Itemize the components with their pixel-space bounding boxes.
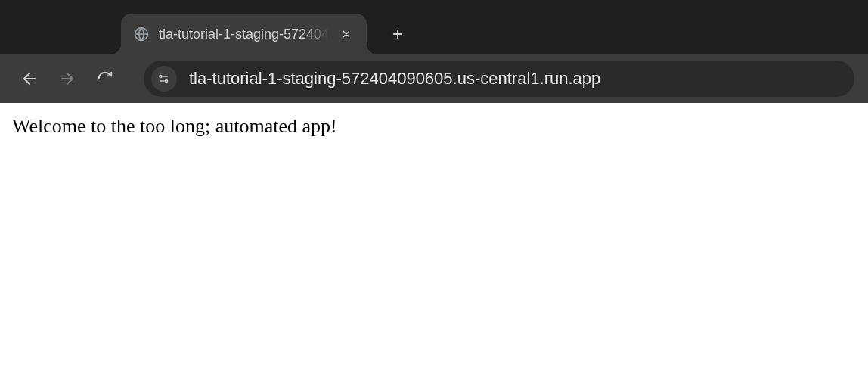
url-text: tla-tutorial-1-staging-572404090605.us-c… — [189, 69, 847, 89]
browser-tab[interactable]: tla-tutorial-1-staging-572404 — [121, 14, 367, 54]
tab-strip: tla-tutorial-1-staging-572404 — [0, 0, 868, 54]
browser-chrome: tla-tutorial-1-staging-572404 — [0, 0, 868, 103]
forward-button[interactable] — [51, 63, 83, 95]
new-tab-button[interactable] — [383, 20, 412, 48]
svg-point-1 — [160, 76, 162, 78]
page-body-text: Welcome to the too long; automated app! — [12, 115, 856, 138]
site-controls-icon[interactable] — [151, 66, 177, 92]
tab-title: tla-tutorial-1-staging-572404 — [159, 26, 329, 42]
page-content: Welcome to the too long; automated app! — [0, 103, 868, 150]
close-icon[interactable] — [338, 26, 355, 42]
toolbar: tla-tutorial-1-staging-572404090605.us-c… — [0, 54, 868, 103]
svg-point-2 — [166, 80, 168, 83]
address-bar[interactable]: tla-tutorial-1-staging-572404090605.us-c… — [144, 61, 854, 97]
back-button[interactable] — [14, 63, 45, 95]
globe-icon — [133, 26, 150, 42]
reload-button[interactable] — [89, 63, 121, 95]
